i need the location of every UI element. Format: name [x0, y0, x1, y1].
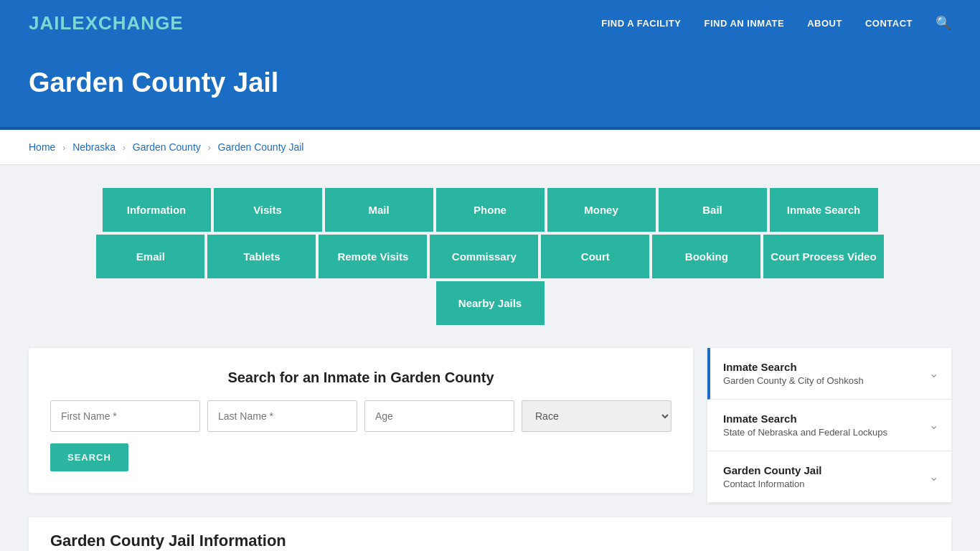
nav-contact[interactable]: CONTACT: [865, 18, 913, 29]
sidebar-item-subtitle-1: Garden County & City of Oshkosh: [723, 375, 864, 386]
breadcrumb-current: Garden County Jail: [218, 141, 304, 153]
breadcrumb-garden-county[interactable]: Garden County: [133, 141, 201, 153]
search-button[interactable]: SEARCH: [50, 443, 128, 471]
chevron-down-icon-3: ⌄: [929, 470, 938, 484]
main-nav: FIND A FACILITY FIND AN INMATE ABOUT CON…: [601, 15, 951, 31]
site-header: JAILEXCHANGE FIND A FACILITY FIND AN INM…: [0, 0, 980, 46]
page-title: Garden County Jail: [29, 67, 951, 98]
sidebar-item-title-3: Garden County Jail: [723, 464, 822, 476]
lower-section: Search for an Inmate in Garden County Ra…: [29, 348, 951, 503]
search-icon[interactable]: 🔍: [936, 15, 951, 31]
chevron-down-icon-1: ⌄: [929, 367, 938, 380]
age-input[interactable]: [364, 400, 514, 432]
sidebar-item-text-3: Garden County Jail Contact Information: [723, 464, 822, 489]
main-content: Information Visits Mail Phone Money Bail…: [0, 165, 980, 551]
btn-tablets[interactable]: Tablets: [206, 233, 317, 280]
btn-nearby-jails[interactable]: Nearby Jails: [435, 280, 546, 326]
btn-money[interactable]: Money: [546, 187, 657, 233]
breadcrumb: Home › Nebraska › Garden County › Garden…: [0, 130, 980, 165]
chevron-down-icon-2: ⌄: [929, 418, 938, 432]
sidebar-item-title-1: Inmate Search: [723, 361, 864, 373]
search-form-row: Race White Black Hispanic Asian Other: [50, 400, 672, 432]
btn-mail[interactable]: Mail: [324, 187, 435, 233]
btn-email[interactable]: Email: [95, 233, 206, 280]
search-card-title: Search for an Inmate in Garden County: [50, 369, 672, 386]
btn-information[interactable]: Information: [101, 187, 212, 233]
sidebar-item-1[interactable]: Inmate Search Garden County & City of Os…: [707, 348, 951, 400]
breadcrumb-home[interactable]: Home: [29, 141, 55, 153]
bottom-section-title: Garden County Jail Information: [50, 532, 930, 550]
inmate-search-card: Search for an Inmate in Garden County Ra…: [29, 348, 693, 493]
category-buttons: Information Visits Mail Phone Money Bail…: [29, 187, 951, 326]
btn-commissary[interactable]: Commissary: [428, 233, 540, 280]
buttons-row-2: Email Tablets Remote Visits Commissary C…: [95, 233, 885, 280]
sidebar-item-title-2: Inmate Search: [723, 413, 887, 425]
btn-remote-visits[interactable]: Remote Visits: [317, 233, 428, 280]
btn-visits[interactable]: Visits: [212, 187, 324, 233]
sidebar-item-3[interactable]: Garden County Jail Contact Information ⌄: [707, 451, 951, 503]
buttons-row-1: Information Visits Mail Phone Money Bail…: [101, 187, 880, 233]
last-name-input[interactable]: [207, 400, 357, 432]
breadcrumb-nebraska[interactable]: Nebraska: [72, 141, 116, 153]
site-logo[interactable]: JAILEXCHANGE: [29, 12, 184, 34]
breadcrumb-sep-1: ›: [62, 143, 65, 153]
sidebar-item-subtitle-3: Contact Information: [723, 479, 822, 489]
btn-court[interactable]: Court: [540, 233, 651, 280]
sidebar: Inmate Search Garden County & City of Os…: [707, 348, 951, 503]
btn-bail[interactable]: Bail: [657, 187, 768, 233]
sidebar-item-2[interactable]: Inmate Search State of Nebraska and Fede…: [707, 400, 951, 451]
race-select[interactable]: Race White Black Hispanic Asian Other: [522, 400, 672, 432]
first-name-input[interactable]: [50, 400, 200, 432]
nav-find-inmate[interactable]: FIND AN INMATE: [704, 18, 784, 29]
sidebar-item-text-1: Inmate Search Garden County & City of Os…: [723, 361, 864, 386]
nav-find-facility[interactable]: FIND A FACILITY: [601, 18, 681, 29]
sidebar-item-subtitle-2: State of Nebraska and Federal Lockups: [723, 427, 887, 438]
btn-phone[interactable]: Phone: [435, 187, 546, 233]
nav-about[interactable]: ABOUT: [807, 18, 842, 29]
sidebar-item-text-2: Inmate Search State of Nebraska and Fede…: [723, 413, 887, 438]
btn-booking[interactable]: Booking: [651, 233, 762, 280]
btn-inmate-search[interactable]: Inmate Search: [768, 187, 880, 233]
breadcrumb-sep-2: ›: [123, 143, 126, 153]
breadcrumb-sep-3: ›: [208, 143, 211, 153]
btn-court-process-video[interactable]: Court Process Video: [762, 233, 885, 280]
bottom-section-title-area: Garden County Jail Information: [29, 517, 951, 551]
logo-jail: JAIL: [29, 12, 72, 34]
logo-exchange: EXCHANGE: [72, 12, 183, 34]
buttons-row-3: Nearby Jails: [435, 280, 546, 326]
hero-section: Garden County Jail: [0, 46, 980, 130]
